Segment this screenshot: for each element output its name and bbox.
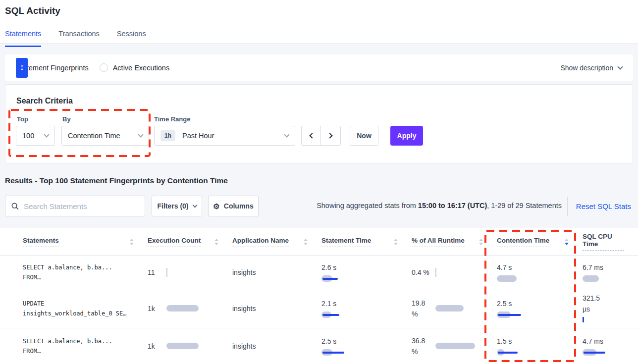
search-criteria-heading: Search Criteria <box>16 97 73 105</box>
time-range-label: Time Range <box>154 115 190 123</box>
contention-time-cell: 2.5 s <box>497 298 583 319</box>
sort-icon[interactable] <box>304 239 308 245</box>
mini-bar-chart <box>321 274 412 283</box>
statement-link[interactable]: SELECT a.balance, b.ba... FROM… <box>23 336 148 356</box>
chevron-down-icon <box>284 132 289 137</box>
table-row: UPDATE insights_workload_table_0 SE… 1k … <box>0 289 638 328</box>
chevron-down-icon <box>617 64 623 69</box>
mini-bar-chart <box>321 311 412 319</box>
statements-table: Statements Execution Count Application N… <box>0 228 638 364</box>
contention-time-cell: 4.7 s <box>497 262 583 283</box>
sql-cpu-time-cell: 4.7 ms <box>583 336 638 357</box>
search-icon <box>11 203 19 210</box>
mini-bar-chart <box>497 274 583 283</box>
by-select-value: Contention Time <box>68 132 120 140</box>
next-range-button[interactable] <box>321 126 340 145</box>
time-range-select[interactable]: 1h Past Hour <box>154 126 295 146</box>
search-criteria-card: Search Criteria Top 100 By Contention Ti… <box>5 84 633 163</box>
tab-sessions[interactable]: Sessions <box>117 30 146 47</box>
mini-bar-chart <box>497 348 583 357</box>
top-select[interactable]: 100 <box>16 126 55 146</box>
header-sql-cpu-time[interactable]: SQL CPU Time <box>583 233 638 251</box>
show-description-toggle[interactable]: Show description <box>560 64 622 72</box>
by-select[interactable]: Contention Time <box>61 126 149 146</box>
header-application-name[interactable]: Application Name <box>232 237 321 247</box>
sort-icon[interactable] <box>214 239 218 245</box>
table-row: SELECT a.balance, b.ba... FROM… 11 insig… <box>0 256 638 289</box>
statement-time-cell: 2.6 s <box>321 262 412 283</box>
chevron-down-icon <box>192 203 197 208</box>
chevron-right-icon <box>327 133 332 138</box>
radio-active-executions[interactable]: Active Executions <box>100 63 169 72</box>
mini-bar-chart <box>583 348 638 357</box>
statement-link[interactable]: UPDATE insights_workload_table_0 SE… <box>23 299 148 318</box>
sql-cpu-time-cell: 321.5 µs <box>583 293 638 325</box>
radio-selected-icon[interactable] <box>16 58 28 78</box>
aggregated-stats-text: Showing aggregated stats from 15:00 to 1… <box>317 202 562 209</box>
chevron-left-icon <box>309 133 315 138</box>
filters-button[interactable]: Filters (0) <box>152 196 202 216</box>
tab-divider <box>0 43 638 44</box>
view-toggle-group: Statement Fingerprints Active Executions <box>16 63 169 72</box>
mini-bar-chart <box>583 316 638 325</box>
execution-count-cell: 1k <box>148 342 232 351</box>
radio-label: Active Executions <box>113 64 169 72</box>
tab-statements[interactable]: Statements <box>5 30 41 47</box>
top-label: Top <box>17 115 28 123</box>
apply-button[interactable]: Apply <box>390 126 423 146</box>
pct-runtime-cell: 36.8% <box>412 335 497 357</box>
search-statements-input[interactable] <box>24 202 139 210</box>
previous-range-button[interactable] <box>302 126 321 145</box>
sql-cpu-time-cell: 6.7 ms <box>583 262 638 283</box>
sort-icon[interactable] <box>394 239 398 245</box>
header-statement-time[interactable]: Statement Time <box>321 237 412 247</box>
columns-button[interactable]: ⚙ Columns <box>208 196 259 216</box>
mini-bar-chart <box>321 348 412 357</box>
pct-runtime-cell: 19.8% <box>412 298 497 319</box>
pct-runtime-cell: 0.4 % <box>412 267 497 278</box>
header-pct-all-runtime[interactable]: % of All Runtime <box>412 237 497 247</box>
sort-icon-active-desc[interactable] <box>565 239 569 245</box>
by-label: By <box>62 115 71 123</box>
mini-bar-chart <box>166 342 168 351</box>
search-statements-box <box>5 196 145 216</box>
application-name-cell: insights <box>232 268 321 276</box>
toolbar-divider <box>567 197 568 216</box>
mini-bar-chart <box>435 342 437 351</box>
top-select-value: 100 <box>22 132 34 140</box>
contention-time-cell: 1.5 s <box>497 336 583 357</box>
sort-icon[interactable] <box>130 239 134 245</box>
application-name-cell: insights <box>232 342 321 350</box>
radio-statement-fingerprints[interactable]: Statement Fingerprints <box>16 64 89 72</box>
statement-time-cell: 2.1 s <box>321 298 412 319</box>
tab-bar: Statements Transactions Sessions <box>5 30 146 47</box>
reset-sql-stats-link[interactable]: Reset SQL Stats <box>576 202 631 210</box>
mini-bar-chart <box>435 304 437 313</box>
statement-link[interactable]: SELECT a.balance, b.ba... FROM… <box>23 262 148 282</box>
view-toggle-card: Statement Fingerprints Active Executions… <box>5 54 633 81</box>
time-range-value: Past Hour <box>182 132 214 140</box>
results-heading: Results - Top 100 Statement Fingerprints… <box>5 176 228 185</box>
now-button[interactable]: Now <box>350 126 378 146</box>
radio-unselected-icon[interactable] <box>100 63 108 72</box>
application-name-cell: insights <box>232 305 321 312</box>
chevron-down-icon <box>138 132 143 137</box>
time-range-badge: 1h <box>160 130 175 141</box>
page-title: SQL Activity <box>5 5 60 16</box>
mini-bar-chart <box>435 268 437 277</box>
execution-count-cell: 1k <box>148 304 232 313</box>
filters-label: Filters (0) <box>157 202 188 210</box>
tab-transactions[interactable]: Transactions <box>58 30 99 47</box>
sort-icon[interactable] <box>479 239 483 245</box>
mini-bar-chart <box>166 268 168 277</box>
header-statements[interactable]: Statements <box>23 237 148 247</box>
time-range-pager <box>301 126 341 146</box>
execution-count-cell: 11 <box>148 268 232 277</box>
statement-time-cell: 2.5 s <box>321 336 412 357</box>
header-contention-time[interactable]: Contention Time <box>497 237 583 247</box>
mini-bar-chart <box>497 311 583 319</box>
header-execution-count[interactable]: Execution Count <box>148 237 232 247</box>
table-header-row: Statements Execution Count Application N… <box>0 228 638 256</box>
chevron-down-icon <box>44 132 49 137</box>
mini-bar-chart <box>583 274 638 283</box>
